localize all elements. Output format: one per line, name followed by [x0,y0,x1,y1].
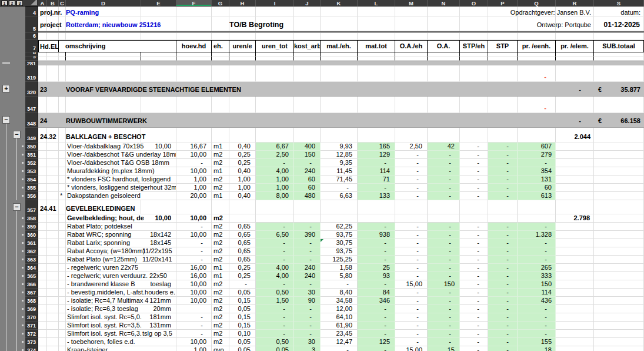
cell-F371[interactable]: - [176,322,212,330]
cell-P352[interactable]: - [488,159,518,167]
cell-L355[interactable]: - [358,184,395,192]
cell-S372[interactable] [594,330,644,338]
cell-P351[interactable]: - [488,151,518,159]
header-cell-K[interactable]: mat./eh. [321,40,358,52]
grid-cell[interactable] [229,97,256,113]
cell-C360[interactable] [59,231,66,239]
cell-P371[interactable]: - [488,322,518,330]
grid-cell[interactable] [66,52,141,57]
cell-D370[interactable]: Slimfort isol. syst. Rc=5,0. [66,313,141,322]
cell-G363[interactable]: m2 [212,256,229,264]
row-header-370[interactable]: 370 [25,313,38,322]
row-4-cells[interactable]: proj.nr. PQ-raming Opdrachtgever: Jansen… [38,6,644,17]
cell-O366[interactable]: - [460,280,488,289]
cell-M352[interactable]: - [395,159,428,167]
grid-cell[interactable] [47,97,59,113]
cell-P358[interactable] [488,214,518,223]
cell-M371[interactable]: - [395,322,428,330]
cell-R366[interactable] [556,280,594,289]
cell-A363[interactable] [38,256,47,264]
grid-cell[interactable] [66,57,141,61]
grid-cell[interactable] [395,200,428,214]
row-header-371[interactable]: 371 [25,322,38,330]
grid-cell[interactable] [38,97,47,113]
cell-N352[interactable]: - [428,159,460,167]
grid-cell[interactable] [66,97,141,113]
cell-C358[interactable] [59,214,66,223]
cell-N354[interactable]: - [428,176,460,184]
row-header-350[interactable]: 350 [25,143,38,151]
grid-cell[interactable] [176,17,212,31]
cell-O360[interactable]: - [460,231,488,239]
grid-cell[interactable] [556,57,594,61]
grid-cell[interactable] [59,128,66,143]
cell-M358[interactable] [395,214,428,223]
row-6-cells[interactable] [38,33,644,40]
column-header-H[interactable]: H [229,0,256,6]
cell-J363[interactable]: - [294,256,321,264]
cell-P363[interactable]: - [488,256,518,264]
cell-K353[interactable]: 11,45 [321,167,358,176]
grid-cell[interactable] [294,97,321,113]
cell-N360[interactable]: - [428,231,460,239]
cell-H353[interactable]: 0,40 [229,167,256,176]
cell-H359[interactable]: 0,65 [229,223,256,231]
column-header-O[interactable]: O [460,0,488,6]
cell-P369[interactable]: - [488,305,518,313]
cell-I371[interactable]: - [256,322,294,330]
cell-A356[interactable] [38,192,47,200]
cell-M372[interactable]: - [395,330,428,338]
grid-cell[interactable] [229,6,256,17]
grid-cell[interactable] [141,97,176,113]
header-cell-I[interactable]: uren_tot [256,40,294,52]
cell-G350[interactable]: m1 [212,143,229,151]
cell-O365[interactable]: - [460,272,488,280]
cell-P360[interactable]: - [488,231,518,239]
row-header-349[interactable]: 349 [25,128,38,143]
cell-I362[interactable]: - [256,247,294,256]
cell-I367[interactable]: 0,50 [256,289,294,297]
grid-cell[interactable] [321,97,358,113]
cell-D358[interactable]: Gevelbekleding; hout, de [66,214,141,223]
cell-Q364[interactable]: 265 [518,264,556,272]
cell-B364[interactable] [47,264,59,272]
cell-D359[interactable]: Rabat Plato; potdeksel [66,223,176,231]
grid-cell[interactable] [229,200,256,214]
cell-L361[interactable]: - [358,239,395,247]
grid-cell[interactable] [358,17,395,31]
grid-cell[interactable] [66,33,141,40]
row-header-373[interactable]: 373 [25,338,38,346]
cell-D366[interactable]: - brandwerend klasse B [66,280,141,289]
cell-J356[interactable]: 480 [294,192,321,200]
cell-B351[interactable] [47,151,59,159]
cell-S351[interactable] [594,151,644,159]
cell-O374[interactable]: - [460,346,488,351]
cell-K363[interactable]: 125,25 [321,256,358,264]
cell-F363[interactable]: - [176,256,212,264]
cell-B369[interactable] [47,305,59,313]
cell-D352[interactable]: Vloer-/dakbeschot T&G OSB 18mm [66,159,176,167]
cell-O363[interactable]: - [460,256,488,264]
cell-J369[interactable]: - [294,305,321,313]
cell-B356[interactable] [47,192,59,200]
grid-cell[interactable] [229,128,256,143]
cell-J364[interactable]: 240 [294,264,321,272]
cell-F350[interactable]: 16,67 [176,143,212,151]
cell-O351[interactable]: - [460,151,488,159]
cell-R351[interactable] [556,151,594,159]
grid-cell[interactable] [358,128,395,143]
collapse-group-button-row-357[interactable]: − [13,203,21,211]
cell-F364[interactable]: 16,00 [176,264,212,272]
cell-Q355[interactable]: 60 [518,184,556,192]
cell-N367[interactable]: - [428,289,460,297]
cell-N368[interactable]: - [428,297,460,305]
grid-cell[interactable] [256,33,294,40]
grid-cell[interactable] [556,97,594,113]
cell-D365[interactable]: - regelwerk; vuren verduurz. 22x50 [66,272,176,280]
grid-cell[interactable] [460,17,488,31]
cell-H370[interactable]: 0,15 [229,313,256,322]
grid-cell[interactable] [294,33,321,40]
cell-S354[interactable] [594,176,644,184]
column-header-F[interactable]: F [176,0,212,6]
cell-S355[interactable] [594,184,644,192]
